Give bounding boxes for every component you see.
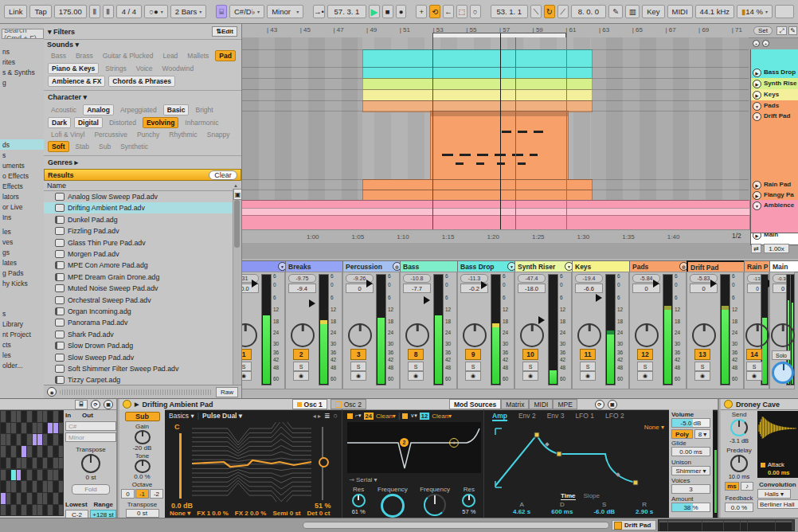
sounds-tag-ambiencefx[interactable]: Ambience & FX	[48, 76, 105, 87]
grid-cell[interactable]	[33, 505, 37, 516]
lowpass-icon[interactable]: ⌐▾	[355, 413, 362, 419]
mixer-strip-13[interactable]: -5.830606121824303642486013S◉	[687, 272, 744, 389]
monitor-icon[interactable]: ◉	[293, 371, 309, 381]
grid-cell[interactable]	[27, 470, 32, 481]
predelay-knob[interactable]	[730, 455, 748, 472]
list-item[interactable]: Muted Noise Sweep Pad.adv	[44, 283, 242, 294]
draw-region-button[interactable]: ⬚	[456, 5, 467, 18]
draw-mode-button[interactable]: ✎	[608, 5, 623, 18]
monitor-icon[interactable]: ◉	[350, 371, 366, 381]
midi-map-button[interactable]: MIDI	[667, 5, 693, 18]
fold-icon[interactable]: ▼	[753, 112, 761, 121]
device-thumbnail[interactable]	[776, 521, 792, 531]
sidebar-item-ntproject[interactable]: nt Project	[0, 329, 45, 339]
mixer-strip-2[interactable]: -9.75-9.460612182430364248602S◉	[285, 272, 342, 389]
env-param-a[interactable]: A4.62 s	[513, 501, 530, 515]
solo-button[interactable]: S	[408, 362, 424, 371]
mixer-track-name-breaks[interactable]: Breaks	[285, 260, 347, 272]
arrangement-position-display[interactable]: 57. 3. 1	[327, 5, 366, 18]
grid-cell[interactable]	[37, 458, 42, 469]
grid-cell[interactable]	[27, 493, 32, 504]
res1-knob[interactable]	[352, 494, 366, 507]
fader-handle[interactable]	[309, 299, 315, 307]
osc-gain-slider[interactable]	[179, 433, 182, 499]
list-item[interactable]: Analog Slow Sweep Pad.adv	[44, 191, 242, 202]
loop-length-field[interactable]: 8. 0. 0	[571, 5, 607, 18]
solo-button[interactable]: S	[746, 362, 762, 371]
pan-knob[interactable]	[405, 323, 429, 347]
character-tag-sub[interactable]: Sub	[96, 142, 114, 151]
grid-cell[interactable]	[22, 481, 26, 492]
grid-cell[interactable]	[22, 493, 26, 504]
grid-cell[interactable]	[53, 481, 58, 492]
mixer-track-name-main[interactable]: Main	[769, 260, 798, 272]
grid-cell[interactable]	[37, 470, 42, 481]
mixer-track-name-pads[interactable]: Pads◎	[629, 260, 691, 272]
grid-cell-active[interactable]	[11, 470, 16, 481]
peak-level-display[interactable]: -10.8	[403, 274, 431, 283]
arrangement-view[interactable]: | 43| 45| 47| 49| 51| 53| 55| 57| 59| 61…	[225, 24, 798, 259]
drift-device-header[interactable]: ▶Drifting Ambient PadOsc 1Osc 2Mod Sourc…	[119, 399, 718, 410]
grid-cell[interactable]	[37, 411, 42, 422]
pan-zoom-icon[interactable]: ⇄	[751, 244, 761, 253]
add-track-icon[interactable]: +	[753, 40, 760, 47]
track-activator-button[interactable]: 9	[465, 349, 481, 360]
horizontal-scrollbar[interactable]	[303, 522, 609, 529]
volume-field[interactable]: -6.6	[575, 284, 603, 293]
metronome-icon[interactable]: ⫴	[89, 5, 100, 18]
grid-cell[interactable]	[22, 434, 26, 445]
list-item[interactable]: Slow Drown Pad.adg	[44, 340, 242, 351]
grid-cell[interactable]	[6, 458, 11, 469]
fold-button[interactable]: Fold	[72, 484, 110, 495]
pan-knob[interactable]	[520, 323, 544, 347]
track-activator-button[interactable]: 11	[580, 349, 596, 360]
env-param-r[interactable]: R2.90 s	[636, 501, 653, 515]
grid-cell[interactable]	[37, 446, 42, 457]
env-tab-env3[interactable]: Env 3	[547, 412, 565, 421]
grid-cell-active[interactable]	[48, 423, 53, 434]
env-tab-amp[interactable]: Amp	[492, 412, 507, 421]
grid-cell[interactable]	[6, 481, 11, 492]
grid-cell[interactable]	[11, 458, 16, 469]
follow-button[interactable]: →•	[313, 5, 325, 18]
peak-level-display[interactable]: -19.4	[575, 274, 603, 283]
time-signature-field[interactable]: 4 / 4	[116, 5, 143, 18]
crossfade-knob[interactable]	[772, 362, 794, 384]
send-knob[interactable]	[730, 419, 748, 436]
grid-cell[interactable]	[53, 493, 58, 504]
punch-in-button[interactable]: ⟍	[530, 5, 542, 18]
grid-cell[interactable]	[17, 411, 22, 422]
filter2-on-icon[interactable]	[402, 413, 408, 419]
track-activator-button[interactable]: 13	[694, 349, 710, 360]
character-tag-synthetic[interactable]: Synthetic	[117, 142, 151, 151]
octave-option--2[interactable]: -2	[150, 489, 163, 499]
list-item[interactable]: Morgen Pad.adv	[44, 248, 242, 260]
character-tag-punchy[interactable]: Punchy	[134, 130, 162, 139]
capture-midi-button[interactable]: +	[416, 5, 427, 18]
tab-modsources[interactable]: Mod Sources	[449, 399, 501, 409]
grid-cell[interactable]	[27, 434, 32, 445]
track-activator-button[interactable]: 12	[637, 349, 653, 360]
clip-area[interactable]	[225, 37, 749, 229]
sidebar-item-les[interactable]: les	[0, 226, 45, 237]
grid-cell[interactable]	[27, 446, 32, 457]
solo-button[interactable]: S	[522, 362, 538, 371]
overdub-button[interactable]: ⟲	[429, 5, 440, 18]
character-section-label[interactable]: Character ▾	[44, 90, 241, 104]
pan-knob[interactable]	[348, 323, 372, 347]
grid-cell[interactable]	[1, 458, 6, 469]
grid-cell[interactable]	[43, 446, 48, 457]
solo-button[interactable]: S	[580, 362, 596, 371]
grid-cell[interactable]	[6, 505, 11, 516]
character-tag-percussive[interactable]: Percussive	[91, 130, 131, 139]
grid-cell[interactable]	[48, 446, 53, 457]
track-activator-button[interactable]: 14	[746, 349, 762, 360]
pan-knob[interactable]	[577, 323, 601, 347]
draw-mode-icon[interactable]: ✎	[788, 26, 797, 35]
mixer-strip-12[interactable]: -5.840606121824303642486012S◉	[629, 272, 687, 389]
mixer-track-name-bass[interactable]: Bass	[400, 260, 462, 272]
fold-icon[interactable]: ▼	[753, 102, 761, 111]
sidebar-item-lates[interactable]: lates	[0, 257, 45, 268]
env-tab-lfo2[interactable]: LFO 2	[605, 412, 624, 421]
transpose-value[interactable]: 0 st	[126, 509, 159, 518]
